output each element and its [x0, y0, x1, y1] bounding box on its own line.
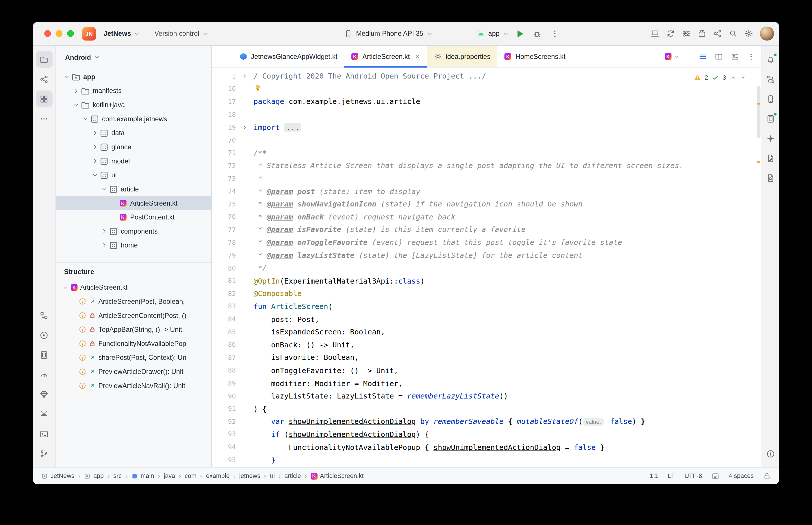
- tab-idea.properties[interactable]: idea.properties: [427, 46, 497, 67]
- project-toolwindow-button[interactable]: [35, 51, 52, 68]
- hidden-tabs-dropdown[interactable]: K: [664, 52, 679, 60]
- line-number[interactable]: 77: [212, 226, 236, 234]
- tree-item-kotlin+java[interactable]: kotlin+java: [56, 98, 211, 112]
- chevron-right-icon[interactable]: [90, 126, 99, 140]
- build-toolwindow-button[interactable]: [35, 307, 52, 324]
- line-number[interactable]: 74: [212, 188, 236, 195]
- line-number[interactable]: 80: [212, 264, 236, 272]
- code-line[interactable]: 87 isFavorite: Boolean,: [212, 351, 762, 364]
- notifications-button[interactable]: [762, 51, 779, 68]
- device-mirroring-icon[interactable]: [651, 29, 660, 38]
- run-button[interactable]: [515, 29, 524, 38]
- code-line[interactable]: 70: [212, 134, 762, 146]
- intention-bulb-icon[interactable]: [253, 84, 262, 92]
- code-line[interactable]: 76 * @param onBack (event) request navig…: [212, 211, 762, 223]
- code-line[interactable]: 74 * @param post (state) item to display: [212, 185, 762, 197]
- breadcrumb-java[interactable]: java: [164, 472, 175, 480]
- problems-toolwindow-button[interactable]: [762, 445, 779, 462]
- tree-item-ui[interactable]: ui: [56, 168, 211, 182]
- preview-layout-button[interactable]: [731, 52, 739, 61]
- code-line[interactable]: 19import ...: [212, 121, 762, 134]
- code-line[interactable]: 75 * @param showNavigationIcon (state) i…: [212, 197, 762, 210]
- line-number[interactable]: 70: [212, 136, 236, 144]
- code-line[interactable]: 82@Composable: [212, 287, 762, 300]
- line-number[interactable]: 83: [212, 302, 236, 310]
- code-with-me-icon[interactable]: [713, 29, 722, 38]
- tab-HomeScreens.kt[interactable]: KHomeScreens.kt: [497, 46, 573, 67]
- line-number[interactable]: 92: [212, 418, 236, 425]
- tree-item-ArticleScreen.kt[interactable]: KArticleScreen.kt: [56, 196, 211, 210]
- structure-item[interactable]: fArticleScreen(Post, Boolean,: [56, 295, 211, 309]
- reader-mode-icon[interactable]: [711, 472, 719, 480]
- previous-problem-icon[interactable]: [730, 75, 736, 81]
- chevron-right-icon[interactable]: [90, 140, 99, 154]
- chevron-right-icon[interactable]: [99, 224, 109, 238]
- code-line[interactable]: 89 modifier: Modifier = Modifier,: [212, 377, 762, 390]
- chevron-right-icon[interactable]: [99, 238, 109, 252]
- project-selector[interactable]: JetNews: [100, 27, 144, 40]
- tree-item-PostContent.kt[interactable]: KPostContent.kt: [56, 210, 211, 224]
- tab-JetnewsGlanceAppWidget.kt[interactable]: JetnewsGlanceAppWidget.kt: [233, 46, 344, 67]
- breadcrumb-main[interactable]: main: [131, 472, 154, 480]
- tree-item-model[interactable]: model: [56, 154, 211, 168]
- project-view-selector[interactable]: Android: [62, 51, 103, 63]
- line-number[interactable]: 79: [212, 251, 236, 259]
- code-line[interactable]: 86 onBack: () -> Unit,: [212, 339, 762, 351]
- caret-position[interactable]: 1:1: [650, 472, 659, 480]
- line-number[interactable]: 17: [212, 98, 236, 106]
- fold-marker-icon[interactable]: [236, 73, 253, 79]
- structure-item[interactable]: fArticleScreenContent(Post, (): [56, 309, 211, 322]
- tree-item-glance[interactable]: glance: [56, 140, 211, 154]
- file-encoding[interactable]: UTF-8: [684, 472, 702, 480]
- code-line[interactable]: 93 if (showUnimplementedActionDialog) {: [212, 428, 762, 441]
- more-run-actions-icon[interactable]: [550, 29, 559, 38]
- code-line[interactable]: 71/**: [212, 146, 762, 159]
- code-line[interactable]: 16: [212, 82, 762, 95]
- running-devices-mirror-button[interactable]: [762, 110, 779, 127]
- code-line[interactable]: 90 lazyListState: LazyListState = rememb…: [212, 390, 762, 402]
- commit-toolwindow-button[interactable]: [35, 71, 52, 88]
- line-number[interactable]: 90: [212, 392, 236, 400]
- running-devices-toolwindow-button[interactable]: [35, 347, 52, 363]
- close-window-button[interactable]: [44, 30, 51, 37]
- vcs-widget[interactable]: Version control: [151, 27, 212, 40]
- chevron-right-icon[interactable]: [90, 154, 99, 168]
- code-line[interactable]: 79 * @param lazyListState (state) the [L…: [212, 249, 762, 261]
- logcat-toolwindow-button[interactable]: [35, 406, 52, 422]
- code-line[interactable]: 83fun ArticleScreen(: [212, 300, 762, 313]
- chevron-down-icon[interactable]: [71, 98, 80, 112]
- line-number[interactable]: 91: [212, 405, 236, 412]
- line-number[interactable]: 82: [212, 290, 236, 297]
- line-number[interactable]: 19: [212, 123, 236, 131]
- split-editor-button[interactable]: [714, 52, 723, 61]
- gradle-toolwindow-button[interactable]: [762, 71, 779, 88]
- line-number[interactable]: 18: [212, 110, 236, 118]
- line-number[interactable]: 95: [212, 456, 236, 464]
- settings-gear-icon[interactable]: [744, 29, 753, 38]
- line-number[interactable]: 16: [212, 85, 236, 93]
- line-number[interactable]: 85: [212, 328, 236, 336]
- main-settings-sliders-icon[interactable]: [682, 29, 691, 38]
- line-number[interactable]: 73: [212, 175, 236, 182]
- file-lock-icon[interactable]: [763, 472, 771, 480]
- code-line[interactable]: 92 var showUnimplementedActionDialog by …: [212, 415, 762, 428]
- code-line[interactable]: 81@OptIn(ExperimentalMaterial3Api::class…: [212, 274, 762, 287]
- line-number[interactable]: 81: [212, 277, 236, 285]
- code-line[interactable]: 1/ Copyright 2020 The Android Open Sourc…: [212, 70, 762, 82]
- tree-item-manifests[interactable]: manifests: [56, 84, 211, 98]
- more-toolwindows-button[interactable]: [35, 110, 52, 127]
- zoom-window-button[interactable]: [67, 30, 74, 37]
- code-line[interactable]: 80 */: [212, 261, 762, 274]
- line-number[interactable]: 76: [212, 213, 236, 221]
- chevron-down-icon[interactable]: [90, 168, 99, 182]
- breadcrumb-jetnews[interactable]: jetnews: [239, 472, 260, 480]
- line-separator[interactable]: LF: [668, 472, 675, 480]
- plugins-icon[interactable]: [697, 29, 707, 38]
- chevron-down-icon[interactable]: [62, 70, 71, 84]
- structure-item[interactable]: fPreviewArticleDrawer(): Unit: [56, 365, 211, 379]
- tree-item-article[interactable]: article: [56, 182, 211, 196]
- line-number[interactable]: 78: [212, 239, 236, 246]
- indent-config[interactable]: 4 spaces: [729, 472, 754, 480]
- editor-tab-list-button[interactable]: [698, 52, 707, 61]
- line-number[interactable]: 75: [212, 200, 236, 208]
